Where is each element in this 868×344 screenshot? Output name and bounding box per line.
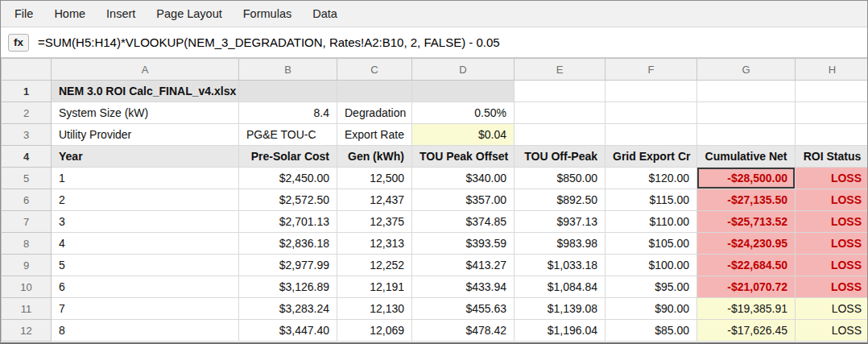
row-number[interactable]: 3 [2, 124, 52, 146]
column-header[interactable]: H [796, 59, 868, 81]
row-number[interactable]: 5 [2, 168, 52, 189]
row-number[interactable]: 12 [2, 320, 52, 342]
cell-year[interactable]: 4 [52, 233, 239, 255]
row-number[interactable]: 4 [2, 146, 52, 168]
cell-export-rate-value[interactable]: $0.04 [412, 124, 515, 146]
cell-system-size-value[interactable]: 8.4 [239, 102, 337, 124]
cell-empty[interactable] [697, 81, 796, 102]
cell-tou-peak-offset[interactable]: $374.85 [412, 211, 515, 233]
cell-cumulative-net[interactable]: -$19,385.91 [697, 298, 796, 320]
cell-year[interactable]: 8 [52, 320, 239, 342]
cell-empty[interactable] [239, 81, 337, 102]
cell-utility-provider-value[interactable]: PG&E TOU-C [239, 124, 337, 146]
cell-pre-solar-cost[interactable]: $2,836.18 [239, 233, 337, 255]
cell-grid-export-cr[interactable]: $100.00 [606, 255, 697, 276]
cell-roi-status[interactable]: LOSS [796, 276, 868, 298]
cell-year[interactable]: 5 [52, 255, 239, 276]
cell-gen-kwh[interactable]: 12,191 [337, 276, 412, 298]
cell-tou-peak-offset[interactable]: $340.00 [412, 168, 515, 189]
cell-year[interactable]: 2 [52, 189, 239, 211]
cell-cumulative-net[interactable]: -$17,626.45 [697, 320, 796, 342]
row-number[interactable]: 8 [2, 233, 52, 255]
cell-empty[interactable] [606, 81, 697, 102]
row-number[interactable]: 6 [2, 189, 52, 211]
column-header[interactable]: C [337, 59, 412, 81]
cell-empty[interactable] [337, 81, 412, 102]
row-number[interactable]: 7 [2, 211, 52, 233]
row-number[interactable]: 11 [2, 298, 52, 320]
cell-tou-off-peak[interactable]: $1,196.04 [515, 320, 606, 342]
column-header[interactable]: E [515, 59, 606, 81]
cell-roi-status[interactable]: LOSS [796, 255, 868, 276]
cell-gen-kwh[interactable]: 12,500 [337, 168, 412, 189]
header-year[interactable]: Year [52, 146, 239, 168]
cell-year[interactable]: 6 [52, 276, 239, 298]
menu-item[interactable]: Page Layout [146, 7, 232, 20]
cell-grid-export-cr[interactable]: $110.00 [606, 211, 697, 233]
menu-item[interactable]: Insert [96, 7, 146, 20]
cell-grid-export-cr[interactable]: $105.00 [606, 233, 697, 255]
row-number[interactable]: 1 [2, 81, 52, 102]
cell-tou-peak-offset[interactable]: $478.42 [412, 320, 515, 342]
cell-tou-peak-offset[interactable]: $433.94 [412, 276, 515, 298]
cell-cumulative-net[interactable]: -$21,070.72 [697, 276, 796, 298]
cell-tou-off-peak[interactable]: $1,084.84 [515, 276, 606, 298]
header-grid-export-cr[interactable]: Grid Export Cr [606, 146, 697, 168]
cell-roi-status[interactable]: LOSS [796, 211, 868, 233]
row-number[interactable]: 2 [2, 102, 52, 124]
column-header[interactable]: G [697, 59, 796, 81]
cell-gen-kwh[interactable]: 12,313 [337, 233, 412, 255]
column-header[interactable]: F [606, 59, 697, 81]
cell-pre-solar-cost[interactable]: $3,283.24 [239, 298, 337, 320]
cell-cumulative-net[interactable]: -$25,713.52 [697, 211, 796, 233]
cell-year[interactable]: 1 [52, 168, 239, 189]
cell-empty[interactable] [515, 102, 606, 124]
formula-input[interactable]: =SUM(H5:H14)*VLOOKUP(NEM_3_DEGRADATION, … [38, 35, 500, 49]
cell-grid-export-cr[interactable]: $85.00 [606, 320, 697, 342]
cell-cumulative-net[interactable]: -$22,684.50 [697, 255, 796, 276]
cell-roi-status[interactable]: LOSS [796, 189, 868, 211]
cell-roi-status[interactable]: LOSS [796, 233, 868, 255]
cell-workbook-title[interactable]: NEM 3.0 ROI Calc_FINAL_v4.xlsx [52, 81, 239, 102]
cell-empty[interactable] [796, 81, 868, 102]
cell-tou-off-peak[interactable]: $850.00 [515, 168, 606, 189]
menu-item[interactable]: File [4, 7, 43, 20]
cell-roi-status[interactable]: LOSS [796, 320, 868, 342]
cell-tou-off-peak[interactable]: $983.98 [515, 233, 606, 255]
cell-tou-peak-offset[interactable]: $393.59 [412, 233, 515, 255]
cell-pre-solar-cost[interactable]: $3,126.89 [239, 276, 337, 298]
cell-gen-kwh[interactable]: 12,375 [337, 211, 412, 233]
cell-tou-peak-offset[interactable]: $357.00 [412, 189, 515, 211]
cell-tou-off-peak[interactable]: $892.50 [515, 189, 606, 211]
cell-pre-solar-cost[interactable]: $2,572.50 [239, 189, 337, 211]
cell-cumulative-net[interactable]: -$24,230.95 [697, 233, 796, 255]
header-roi-status[interactable]: ROI Status [796, 146, 868, 168]
cell-cumulative-net[interactable]: -$27,135.50 [697, 189, 796, 211]
cell-degradation-label[interactable]: Degradation [337, 102, 412, 124]
fx-button[interactable]: fx [8, 34, 29, 52]
cell-cumulative-net[interactable]: -$28,500.00 [697, 168, 796, 189]
column-header[interactable]: D [412, 59, 515, 81]
cell-empty[interactable] [796, 102, 868, 124]
cell-empty[interactable] [697, 102, 796, 124]
cell-grid-export-cr[interactable]: $95.00 [606, 276, 697, 298]
cell-tou-off-peak[interactable]: $1,033.18 [515, 255, 606, 276]
header-tou-peak-offset[interactable]: TOU Peak Offset [412, 146, 515, 168]
cell-roi-status[interactable]: LOSS [796, 298, 868, 320]
cell-export-rate-label[interactable]: Export Rate [337, 124, 412, 146]
cell-utility-provider-label[interactable]: Utility Provider [52, 124, 239, 146]
header-tou-off-peak[interactable]: TOU Off-Peak [515, 146, 606, 168]
cell-empty[interactable] [412, 81, 515, 102]
cell-empty[interactable] [606, 124, 697, 146]
menu-item[interactable]: Data [302, 7, 348, 20]
cell-empty[interactable] [796, 124, 868, 146]
cell-gen-kwh[interactable]: 12,130 [337, 298, 412, 320]
cell-tou-off-peak[interactable]: $1,139.08 [515, 298, 606, 320]
header-cumulative-net[interactable]: Cumulative Net [697, 146, 796, 168]
cell-pre-solar-cost[interactable]: $3,447.40 [239, 320, 337, 342]
cell-pre-solar-cost[interactable]: $2,977.99 [239, 255, 337, 276]
cell-tou-peak-offset[interactable]: $413.27 [412, 255, 515, 276]
cell-empty[interactable] [515, 81, 606, 102]
cell-degradation-value[interactable]: 0.50% [412, 102, 515, 124]
cell-pre-solar-cost[interactable]: $2,701.13 [239, 211, 337, 233]
